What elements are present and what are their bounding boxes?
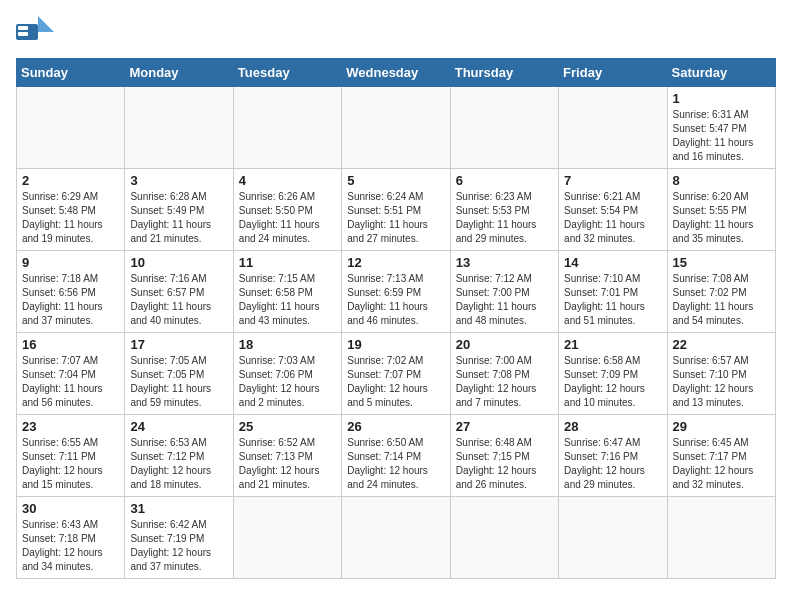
day-number: 8 (673, 173, 770, 188)
generalblue-logo-icon (16, 16, 54, 48)
day-number: 12 (347, 255, 444, 270)
day-cell: 10Sunrise: 7:16 AM Sunset: 6:57 PM Dayli… (125, 251, 233, 333)
day-cell: 29Sunrise: 6:45 AM Sunset: 7:17 PM Dayli… (667, 415, 775, 497)
logo (16, 16, 58, 48)
day-cell: 18Sunrise: 7:03 AM Sunset: 7:06 PM Dayli… (233, 333, 341, 415)
day-cell: 14Sunrise: 7:10 AM Sunset: 7:01 PM Dayli… (559, 251, 667, 333)
day-info: Sunrise: 6:57 AM Sunset: 7:10 PM Dayligh… (673, 354, 770, 410)
day-cell: 12Sunrise: 7:13 AM Sunset: 6:59 PM Dayli… (342, 251, 450, 333)
day-number: 17 (130, 337, 227, 352)
day-cell: 7Sunrise: 6:21 AM Sunset: 5:54 PM Daylig… (559, 169, 667, 251)
day-info: Sunrise: 7:00 AM Sunset: 7:08 PM Dayligh… (456, 354, 553, 410)
day-cell: 4Sunrise: 6:26 AM Sunset: 5:50 PM Daylig… (233, 169, 341, 251)
day-number: 15 (673, 255, 770, 270)
day-number: 10 (130, 255, 227, 270)
day-number: 1 (673, 91, 770, 106)
day-info: Sunrise: 6:31 AM Sunset: 5:47 PM Dayligh… (673, 108, 770, 164)
day-cell: 8Sunrise: 6:20 AM Sunset: 5:55 PM Daylig… (667, 169, 775, 251)
day-cell (667, 497, 775, 579)
day-number: 11 (239, 255, 336, 270)
day-info: Sunrise: 7:02 AM Sunset: 7:07 PM Dayligh… (347, 354, 444, 410)
day-info: Sunrise: 6:42 AM Sunset: 7:19 PM Dayligh… (130, 518, 227, 574)
day-number: 9 (22, 255, 119, 270)
day-info: Sunrise: 6:28 AM Sunset: 5:49 PM Dayligh… (130, 190, 227, 246)
day-cell: 25Sunrise: 6:52 AM Sunset: 7:13 PM Dayli… (233, 415, 341, 497)
day-number: 23 (22, 419, 119, 434)
day-cell: 6Sunrise: 6:23 AM Sunset: 5:53 PM Daylig… (450, 169, 558, 251)
day-info: Sunrise: 6:24 AM Sunset: 5:51 PM Dayligh… (347, 190, 444, 246)
day-number: 25 (239, 419, 336, 434)
day-number: 4 (239, 173, 336, 188)
day-number: 13 (456, 255, 553, 270)
day-info: Sunrise: 6:58 AM Sunset: 7:09 PM Dayligh… (564, 354, 661, 410)
day-info: Sunrise: 6:47 AM Sunset: 7:16 PM Dayligh… (564, 436, 661, 492)
day-cell (233, 497, 341, 579)
day-number: 16 (22, 337, 119, 352)
day-cell: 1Sunrise: 6:31 AM Sunset: 5:47 PM Daylig… (667, 87, 775, 169)
day-cell: 27Sunrise: 6:48 AM Sunset: 7:15 PM Dayli… (450, 415, 558, 497)
day-cell: 3Sunrise: 6:28 AM Sunset: 5:49 PM Daylig… (125, 169, 233, 251)
day-info: Sunrise: 7:13 AM Sunset: 6:59 PM Dayligh… (347, 272, 444, 328)
day-number: 31 (130, 501, 227, 516)
day-cell: 9Sunrise: 7:18 AM Sunset: 6:56 PM Daylig… (17, 251, 125, 333)
day-header-saturday: Saturday (667, 59, 775, 87)
day-cell: 21Sunrise: 6:58 AM Sunset: 7:09 PM Dayli… (559, 333, 667, 415)
day-cell: 31Sunrise: 6:42 AM Sunset: 7:19 PM Dayli… (125, 497, 233, 579)
day-cell: 22Sunrise: 6:57 AM Sunset: 7:10 PM Dayli… (667, 333, 775, 415)
day-info: Sunrise: 6:26 AM Sunset: 5:50 PM Dayligh… (239, 190, 336, 246)
day-info: Sunrise: 7:05 AM Sunset: 7:05 PM Dayligh… (130, 354, 227, 410)
day-cell: 17Sunrise: 7:05 AM Sunset: 7:05 PM Dayli… (125, 333, 233, 415)
day-header-wednesday: Wednesday (342, 59, 450, 87)
day-cell: 30Sunrise: 6:43 AM Sunset: 7:18 PM Dayli… (17, 497, 125, 579)
day-number: 27 (456, 419, 553, 434)
day-number: 29 (673, 419, 770, 434)
calendar-header: SundayMondayTuesdayWednesdayThursdayFrid… (17, 59, 776, 87)
day-number: 2 (22, 173, 119, 188)
day-cell: 11Sunrise: 7:15 AM Sunset: 6:58 PM Dayli… (233, 251, 341, 333)
week-row-2: 9Sunrise: 7:18 AM Sunset: 6:56 PM Daylig… (17, 251, 776, 333)
day-number: 7 (564, 173, 661, 188)
day-info: Sunrise: 6:20 AM Sunset: 5:55 PM Dayligh… (673, 190, 770, 246)
calendar-table: SundayMondayTuesdayWednesdayThursdayFrid… (16, 58, 776, 579)
day-cell (559, 497, 667, 579)
day-info: Sunrise: 6:55 AM Sunset: 7:11 PM Dayligh… (22, 436, 119, 492)
day-info: Sunrise: 6:21 AM Sunset: 5:54 PM Dayligh… (564, 190, 661, 246)
day-cell (17, 87, 125, 169)
day-number: 14 (564, 255, 661, 270)
day-number: 24 (130, 419, 227, 434)
day-number: 3 (130, 173, 227, 188)
day-cell (233, 87, 341, 169)
day-cell: 23Sunrise: 6:55 AM Sunset: 7:11 PM Dayli… (17, 415, 125, 497)
day-info: Sunrise: 7:18 AM Sunset: 6:56 PM Dayligh… (22, 272, 119, 328)
day-info: Sunrise: 7:08 AM Sunset: 7:02 PM Dayligh… (673, 272, 770, 328)
day-number: 30 (22, 501, 119, 516)
week-row-3: 16Sunrise: 7:07 AM Sunset: 7:04 PM Dayli… (17, 333, 776, 415)
day-info: Sunrise: 6:23 AM Sunset: 5:53 PM Dayligh… (456, 190, 553, 246)
day-info: Sunrise: 7:16 AM Sunset: 6:57 PM Dayligh… (130, 272, 227, 328)
day-cell (450, 87, 558, 169)
day-number: 28 (564, 419, 661, 434)
day-header-tuesday: Tuesday (233, 59, 341, 87)
day-cell: 5Sunrise: 6:24 AM Sunset: 5:51 PM Daylig… (342, 169, 450, 251)
day-cell: 24Sunrise: 6:53 AM Sunset: 7:12 PM Dayli… (125, 415, 233, 497)
day-cell (125, 87, 233, 169)
page-header (16, 16, 776, 48)
calendar-body: 1Sunrise: 6:31 AM Sunset: 5:47 PM Daylig… (17, 87, 776, 579)
day-cell (450, 497, 558, 579)
day-cell: 13Sunrise: 7:12 AM Sunset: 7:00 PM Dayli… (450, 251, 558, 333)
day-header-friday: Friday (559, 59, 667, 87)
day-cell: 15Sunrise: 7:08 AM Sunset: 7:02 PM Dayli… (667, 251, 775, 333)
day-cell: 20Sunrise: 7:00 AM Sunset: 7:08 PM Dayli… (450, 333, 558, 415)
day-info: Sunrise: 6:29 AM Sunset: 5:48 PM Dayligh… (22, 190, 119, 246)
day-info: Sunrise: 6:53 AM Sunset: 7:12 PM Dayligh… (130, 436, 227, 492)
day-number: 20 (456, 337, 553, 352)
day-number: 21 (564, 337, 661, 352)
day-cell: 16Sunrise: 7:07 AM Sunset: 7:04 PM Dayli… (17, 333, 125, 415)
day-header-monday: Monday (125, 59, 233, 87)
day-info: Sunrise: 7:03 AM Sunset: 7:06 PM Dayligh… (239, 354, 336, 410)
day-cell: 28Sunrise: 6:47 AM Sunset: 7:16 PM Dayli… (559, 415, 667, 497)
day-cell (559, 87, 667, 169)
day-cell (342, 497, 450, 579)
day-info: Sunrise: 6:45 AM Sunset: 7:17 PM Dayligh… (673, 436, 770, 492)
week-row-5: 30Sunrise: 6:43 AM Sunset: 7:18 PM Dayli… (17, 497, 776, 579)
